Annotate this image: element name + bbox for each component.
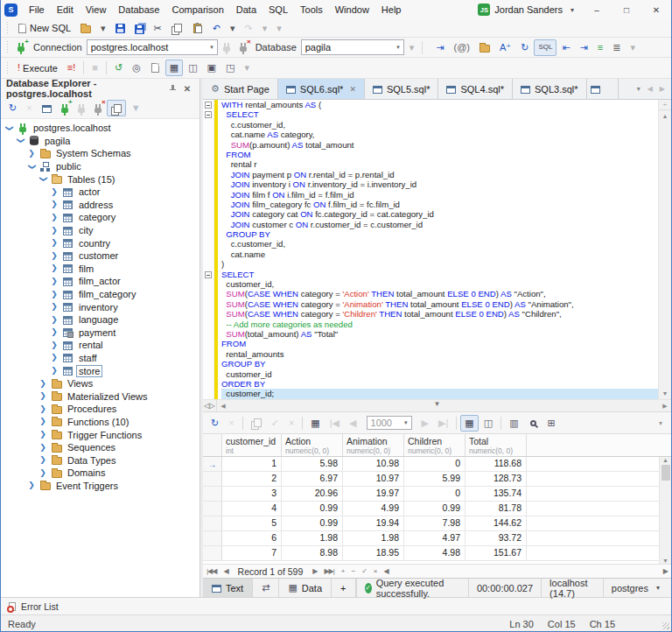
tab-scroll-right[interactable]: ▶: [660, 85, 665, 93]
commit-icon[interactable]: ✓: [267, 415, 284, 432]
column-header-animation[interactable]: Animationnumeric(0, 0): [343, 434, 404, 456]
tree-item-inventory[interactable]: ❯inventory: [1, 300, 200, 313]
code-line[interactable]: SUM(p.amount) AS total_amount: [221, 140, 658, 150]
tree-item-event-triggers[interactable]: ❯Event Triggers: [1, 480, 200, 493]
expand-chevron-icon[interactable]: ❯: [38, 456, 47, 464]
cell[interactable]: 4: [222, 502, 282, 516]
undo-button[interactable]: ↶: [208, 20, 225, 37]
outdent-icon[interactable]: ⇤: [557, 39, 574, 56]
tree-item-language[interactable]: ❯language: [1, 313, 200, 327]
expand-chevron-icon[interactable]: ❯: [50, 341, 59, 349]
cell[interactable]: 6.97: [282, 472, 343, 486]
new-connection-icon[interactable]: +: [57, 100, 73, 116]
tree-item-film-actor[interactable]: ❯film_actor: [1, 275, 200, 288]
tab-sql6-sql[interactable]: SQL6.sql*✕: [278, 79, 365, 99]
column-header-action[interactable]: Actionnumeric(0, 0): [282, 434, 343, 456]
tree-item-rental[interactable]: ❯rental: [1, 339, 200, 352]
row-header[interactable]: [203, 487, 222, 501]
menu-file[interactable]: File: [23, 0, 51, 19]
scroll-up-icon[interactable]: ▲: [662, 457, 668, 463]
scrollbar-thumb[interactable]: [662, 465, 670, 481]
table-row[interactable]: 26.9710.975.99128.73: [203, 472, 671, 487]
expand-chevron-icon[interactable]: ❯: [50, 200, 59, 208]
row-header[interactable]: [203, 531, 222, 545]
copy-button[interactable]: [167, 20, 186, 37]
menu-tools[interactable]: Tools: [294, 0, 329, 19]
code-line[interactable]: SUM(CASE WHEN category = 'Children' THEN…: [221, 309, 658, 319]
format-sql-button[interactable]: SQL: [534, 39, 556, 56]
cut-button[interactable]: ✂: [150, 20, 166, 37]
format-document-icon[interactable]: ≡: [593, 39, 607, 56]
filter-icon[interactable]: ▼: [127, 100, 145, 116]
page-size-combo[interactable]: 1000▾: [362, 415, 416, 432]
grid-vertical-scrollbar[interactable]: ▲ ▼: [659, 457, 671, 564]
save-all-button[interactable]: [130, 20, 149, 37]
code-line[interactable]: SELECT: [221, 270, 658, 279]
expand-chevron-icon[interactable]: ❯: [50, 277, 59, 285]
tree-item-city[interactable]: ❯city: [1, 224, 200, 237]
cell[interactable]: 0.99: [404, 502, 466, 516]
user-dropdown-icon[interactable]: ▾: [567, 6, 578, 14]
expand-chevron-icon[interactable]: ❯: [38, 392, 47, 400]
connect-icon[interactable]: [74, 100, 89, 116]
tab-sql5-sql[interactable]: SQL5.sql*: [365, 79, 439, 99]
snippets-icon[interactable]: [475, 39, 494, 56]
toolbar-grip[interactable]: [5, 22, 10, 34]
visual-designer-icon[interactable]: ▣: [203, 60, 220, 76]
tab-scroll-left[interactable]: ◀: [648, 85, 653, 93]
comment-icon[interactable]: ≣: [608, 39, 625, 56]
code-line[interactable]: ORDER BY: [221, 379, 658, 389]
last-record-button[interactable]: ▶▶|: [324, 567, 333, 575]
connection-combobox[interactable]: postgres.localhost▾: [87, 39, 218, 55]
tree-item-system-schemas[interactable]: ❯System Schemas: [1, 147, 200, 160]
expand-chevron-icon[interactable]: ❯: [50, 316, 59, 324]
code-line[interactable]: rental_amounts: [221, 349, 658, 359]
paste-button[interactable]: [187, 20, 207, 37]
code-line[interactable]: SUM(CASE WHEN category = 'Action' THEN t…: [221, 289, 658, 298]
menu-data[interactable]: Data: [230, 0, 262, 19]
refresh-icon[interactable]: ↻: [516, 39, 533, 56]
code-line[interactable]: SELECT: [221, 109, 658, 119]
table-row[interactable]: 61.981.984.9793.72: [203, 531, 671, 546]
results-grid-toggle[interactable]: ▦: [165, 60, 183, 76]
code-line[interactable]: cat.name AS category,: [221, 130, 658, 139]
code-line[interactable]: JOIN payment p ON r.rental_id = p.rental…: [221, 170, 658, 179]
fold-collapse-icon[interactable]: [205, 102, 212, 109]
query-profiler-icon[interactable]: ◎: [128, 60, 145, 76]
fold-collapse-icon[interactable]: [205, 111, 212, 118]
undo-dropdown[interactable]: ▾: [226, 20, 240, 37]
tree-item-customer[interactable]: ❯customer: [1, 249, 200, 263]
collapse-splitter-icon[interactable]: ▼: [434, 400, 441, 408]
stop-button[interactable]: ■: [88, 60, 102, 76]
tree-item-country[interactable]: ❯country: [1, 236, 200, 249]
resize-grip[interactable]: [662, 622, 669, 629]
export-results-icon[interactable]: [247, 415, 266, 432]
tree-item-film-category[interactable]: ❯film_category: [1, 288, 200, 301]
expand-chevron-icon[interactable]: ❯: [50, 264, 59, 272]
column-visibility-icon[interactable]: ▥: [505, 415, 522, 432]
cancel-edit-button[interactable]: ×: [374, 567, 377, 575]
toolbar-grip[interactable]: [5, 62, 10, 74]
post-edit-button[interactable]: ✓: [361, 567, 367, 575]
scroll-up-icon[interactable]: ▲: [662, 110, 668, 122]
expand-chevron-icon[interactable]: ❯: [50, 214, 59, 221]
tree-item-payment[interactable]: ❯payment: [1, 327, 200, 340]
expand-chevron-icon[interactable]: ❯: [38, 469, 47, 477]
table-row[interactable]: 320.9619.970135.74: [203, 487, 671, 502]
tree-item-domains[interactable]: ❯Domains: [1, 467, 200, 480]
row3-overflow-dropdown[interactable]: ▾: [240, 60, 254, 76]
cell[interactable]: 0.99: [282, 502, 343, 516]
code-line[interactable]: JOIN category cat ON fc.category_id = ca…: [221, 209, 658, 219]
tree-item-pagila[interactable]: ❯pagila: [1, 135, 200, 148]
redo-dropdown[interactable]: ▾: [258, 20, 272, 37]
cell[interactable]: 2: [222, 472, 282, 486]
menu-comparison[interactable]: Comparison: [165, 0, 229, 19]
explorer-close-icon[interactable]: ✕: [180, 84, 194, 94]
code-line[interactable]: customer_id: [221, 369, 658, 379]
next-page-icon[interactable]: ▶: [417, 415, 433, 432]
error-list-bar[interactable]: Error List: [1, 597, 671, 614]
code-line[interactable]: ): [221, 259, 658, 269]
expand-chevron-icon[interactable]: ❯: [50, 303, 59, 311]
cell[interactable]: 8.98: [282, 546, 343, 560]
close-button[interactable]: ✕: [641, 0, 671, 19]
